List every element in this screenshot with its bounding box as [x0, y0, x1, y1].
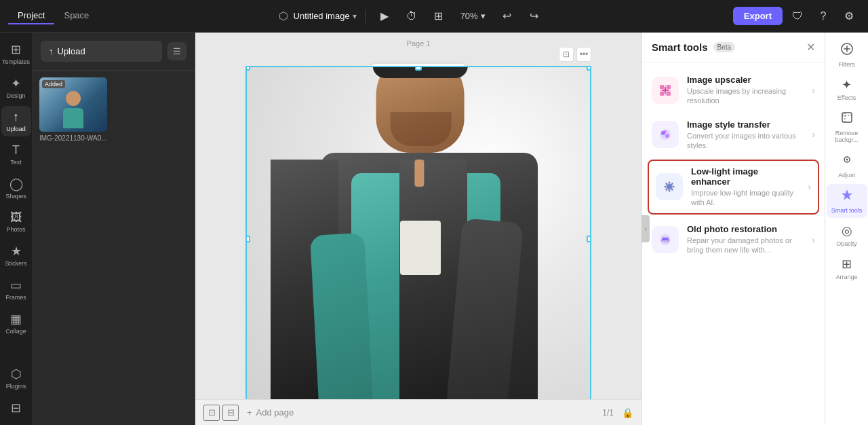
r-item-effects[interactable]: ✦ Effects — [827, 73, 867, 105]
tool-item-lowlight[interactable]: Low-light image enhancer Improve low-lig… — [648, 160, 819, 215]
svg-rect-2 — [667, 85, 671, 89]
stickers-icon: ★ — [11, 244, 22, 259]
tab-space[interactable]: Space — [54, 7, 98, 24]
image-name: IMG-20221130-WA0... — [39, 134, 107, 142]
style-transfer-text: Image style transfer Convert your images… — [687, 119, 804, 151]
help-icon[interactable]: ? — [812, 5, 834, 27]
upload-panel: ↑ Upload ☰ Added IMG-20221130-WA0 — [33, 33, 195, 425]
upload-button[interactable]: ↑ Upload — [41, 41, 162, 62]
zoom-control[interactable]: 70% ▾ — [455, 8, 491, 24]
style-transfer-chevron: › — [812, 129, 815, 140]
add-page-btn[interactable]: + Add page — [241, 405, 299, 420]
settings-btn-1[interactable]: ⊡ — [559, 47, 574, 62]
added-badge: Added — [42, 80, 65, 88]
upscaler-icon-wrap — [652, 77, 679, 104]
sidebar-item-stickers[interactable]: ★ Stickers — [1, 240, 31, 271]
handle-top-right[interactable] — [587, 66, 591, 71]
tool-item-upscaler[interactable]: Image upscaler Upscale images by increas… — [642, 68, 825, 113]
photo-restore-chevron: › — [812, 234, 815, 245]
image-item[interactable]: Added IMG-20221130-WA0... — [39, 77, 188, 142]
upload-btn-icon: ↑ — [49, 46, 54, 56]
plugins-icon: ⬡ — [11, 367, 22, 382]
undo-btn[interactable]: ↩ — [496, 5, 518, 27]
upscaler-text: Image upscaler Upscale images by increas… — [687, 75, 804, 106]
handle-top-mid[interactable] — [415, 66, 422, 71]
svg-point-13 — [663, 238, 665, 240]
image-thumbnail: Added — [39, 77, 107, 132]
handle-mid-right[interactable] — [587, 236, 591, 242]
smart-tools-panel: Smart tools Beta ✕ — [642, 33, 825, 425]
sidebar-item-grid[interactable]: ⊟ — [1, 396, 31, 420]
shapes-icon: ◯ — [9, 177, 23, 191]
canvas-image-container[interactable]: ⊡ ••• — [245, 66, 591, 412]
canvas-icon: ⬡ — [279, 10, 288, 22]
svg-rect-15 — [842, 113, 852, 122]
remove-bg-icon — [840, 111, 854, 128]
right-sidebar: Filters ✦ Effects Remove backgr... Adj — [825, 33, 868, 425]
smart-panel-header: Smart tools Beta ✕ — [642, 33, 825, 62]
topbar: Project Space ⬡ Untitled image ▾ ▶ ⏱ ⊞ 7… — [0, 0, 868, 33]
doc-name[interactable]: Untitled image ▾ — [294, 11, 357, 21]
upscaler-chevron: › — [812, 85, 815, 96]
lowlight-chevron: › — [808, 181, 811, 192]
sidebar-item-text[interactable]: T Text — [1, 139, 31, 170]
beta-badge: Beta — [713, 42, 736, 52]
svg-point-17 — [846, 159, 848, 161]
svg-point-10 — [667, 184, 672, 189]
sidebar-item-shapes[interactable]: ◯ Shapes — [1, 172, 31, 204]
sidebar-item-collage[interactable]: ▦ Collage — [1, 308, 31, 339]
zoom-dropdown-icon: ▾ — [481, 11, 486, 21]
style-icon-wrap — [652, 121, 679, 148]
smart-panel-title: Smart tools Beta — [652, 41, 735, 53]
effects-icon: ✦ — [842, 77, 852, 92]
smart-tools-icon — [840, 188, 854, 205]
photo-restore-icon-wrap — [652, 226, 679, 253]
adjust-icon — [840, 153, 854, 170]
left-sidebar: ⊞ Templates ✦ Design ↑ Upload T Text ◯ S… — [0, 33, 33, 425]
collapse-panel-btn[interactable]: ‹ — [642, 215, 650, 242]
main-area: ⊞ Templates ✦ Design ↑ Upload T Text ◯ S… — [0, 33, 868, 425]
r-item-opacity[interactable]: ◎ Opacity — [827, 219, 867, 251]
upload-icon: ↑ — [13, 110, 19, 124]
tab-project[interactable]: Project — [8, 7, 54, 24]
tool-item-photo-restore[interactable]: Old photo restoration Repair your damage… — [642, 217, 825, 262]
close-panel-btn[interactable]: ✕ — [806, 41, 815, 54]
settings-icon[interactable]: ⚙ — [838, 5, 860, 27]
r-item-adjust[interactable]: Adjust — [827, 149, 867, 183]
person-figure — [247, 67, 590, 411]
sidebar-item-frames[interactable]: ▭ Frames — [1, 274, 31, 305]
shield-icon[interactable]: 🛡 — [787, 5, 808, 27]
r-item-remove-bg[interactable]: Remove backgr... — [827, 107, 867, 147]
handle-top-left[interactable] — [245, 66, 250, 71]
view-toggle-btn[interactable]: ☰ — [167, 42, 186, 60]
settings-btn-2[interactable]: ••• — [576, 47, 591, 62]
redo-btn[interactable]: ↪ — [524, 5, 545, 27]
tool-item-style-transfer[interactable]: Image style transfer Convert your images… — [642, 113, 825, 158]
svg-rect-4 — [667, 92, 671, 96]
collage-icon: ▦ — [10, 312, 22, 327]
sidebar-item-upload[interactable]: ↑ Upload — [1, 106, 31, 136]
lock-icon[interactable]: 🔒 — [622, 407, 633, 418]
sidebar-item-templates[interactable]: ⊞ Templates — [1, 38, 31, 69]
export-button[interactable]: Export — [733, 7, 783, 25]
bottom-icon-2[interactable]: ⊟ — [222, 405, 239, 421]
svg-point-8 — [664, 130, 667, 133]
pointer-tool[interactable]: ▶ — [374, 5, 395, 27]
bottom-bar: ⊡ ⊟ + Add page 1/1 🔒 — [195, 399, 642, 425]
text-icon: T — [12, 143, 20, 158]
r-item-filters[interactable]: Filters — [827, 38, 867, 72]
smart-tools-list: Image upscaler Upscale images by increas… — [642, 62, 825, 267]
svg-rect-1 — [660, 85, 664, 89]
handle-mid-left[interactable] — [245, 236, 250, 242]
arrange-icon: ⊞ — [842, 257, 852, 272]
sidebar-item-design[interactable]: ✦ Design — [1, 72, 31, 103]
sidebar-item-photos[interactable]: 🖼 Photos — [1, 206, 31, 237]
sidebar-item-plugins[interactable]: ⬡ Plugins — [1, 363, 31, 394]
filters-icon — [840, 42, 854, 59]
layout-tool[interactable]: ⊞ — [428, 5, 450, 27]
bottom-icon-1[interactable]: ⊡ — [203, 405, 220, 421]
r-item-arrange[interactable]: ⊞ Arrange — [827, 253, 867, 284]
timer-tool[interactable]: ⏱ — [401, 5, 422, 27]
r-item-smart-tools[interactable]: Smart tools — [827, 184, 867, 218]
canvas-image[interactable]: ↻ — [245, 66, 591, 412]
